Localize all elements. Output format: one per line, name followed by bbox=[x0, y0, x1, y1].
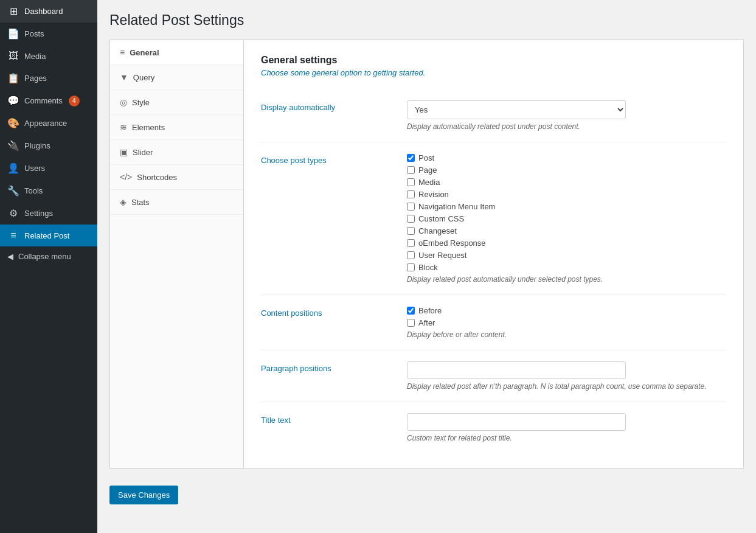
display-automatically-select[interactable]: Yes No bbox=[407, 100, 626, 119]
choose-post-types-row: Choose post types Post Page Media Revisi… bbox=[261, 142, 726, 295]
stats-nav-icon: ◈ bbox=[120, 197, 127, 207]
post-type-user-request[interactable]: User Request bbox=[407, 251, 726, 260]
sidebar: ⊞ Dashboard 📄 Posts 🖼 Media 📋 Pages 💬 Co… bbox=[0, 0, 97, 533]
post-type-media-checkbox[interactable] bbox=[407, 178, 415, 186]
content-positions-control: Before After Display before or after con… bbox=[407, 306, 726, 339]
title-text-control: Related Post Custom text for related pos… bbox=[407, 413, 726, 442]
sidebar-item-comments[interactable]: 💬 Comments 4 bbox=[0, 89, 97, 112]
content-position-before-checkbox[interactable] bbox=[407, 307, 415, 315]
post-types-checkbox-group: Post Page Media Revision Navigation Menu… bbox=[407, 153, 726, 272]
content-positions-checkbox-group: Before After bbox=[407, 306, 726, 327]
section-subtitle: Choose some general option to getting st… bbox=[261, 68, 726, 77]
sidebar-item-posts[interactable]: 📄 Posts bbox=[0, 23, 97, 45]
slider-nav-icon: ▣ bbox=[120, 147, 128, 157]
comments-icon: 💬 bbox=[7, 95, 19, 106]
paragraph-positions-label: Paragraph positions bbox=[261, 361, 395, 373]
display-automatically-row: Display automatically Yes No Display aut… bbox=[261, 89, 726, 142]
plugins-icon: 🔌 bbox=[7, 140, 19, 152]
nav-item-slider[interactable]: ▣ Slider bbox=[110, 140, 243, 165]
users-icon: 👤 bbox=[7, 162, 19, 174]
post-type-changeset-checkbox[interactable] bbox=[407, 227, 415, 235]
title-text-label: Title text bbox=[261, 413, 395, 425]
appearance-icon: 🎨 bbox=[7, 117, 19, 129]
content-position-after-checkbox[interactable] bbox=[407, 319, 415, 327]
shortcodes-nav-icon: </> bbox=[120, 172, 132, 182]
sidebar-item-related-post[interactable]: ≡ Related Post bbox=[0, 225, 97, 246]
post-type-revision-checkbox[interactable] bbox=[407, 190, 415, 198]
post-type-revision[interactable]: Revision bbox=[407, 190, 726, 199]
nav-item-shortcodes[interactable]: </> Shortcodes bbox=[110, 165, 243, 190]
sidebar-item-dashboard[interactable]: ⊞ Dashboard bbox=[0, 0, 97, 23]
post-type-oembed[interactable]: oEmbed Response bbox=[407, 239, 726, 248]
sidebar-item-tools[interactable]: 🔧 Tools bbox=[0, 179, 97, 202]
elements-nav-icon: ≋ bbox=[120, 122, 127, 132]
choose-post-types-hint: Display related post automatically under… bbox=[407, 275, 726, 284]
main-content: Related Post Settings ≡ General ▼ Query … bbox=[97, 0, 756, 533]
nav-item-query[interactable]: ▼ Query bbox=[110, 65, 243, 90]
paragraph-positions-row: Paragraph positions 1,2,N Display relate… bbox=[261, 350, 726, 402]
post-type-changeset[interactable]: Changeset bbox=[407, 226, 726, 235]
display-automatically-label: Display automatically bbox=[261, 100, 395, 112]
nav-item-style[interactable]: ◎ Style bbox=[110, 90, 243, 115]
sidebar-item-settings[interactable]: ⚙ Settings bbox=[0, 202, 97, 225]
post-type-custom-css-checkbox[interactable] bbox=[407, 215, 415, 223]
sidebar-item-appearance[interactable]: 🎨 Appearance bbox=[0, 112, 97, 134]
tools-icon: 🔧 bbox=[7, 185, 19, 197]
query-nav-icon: ▼ bbox=[120, 72, 128, 82]
sidebar-item-media[interactable]: 🖼 Media bbox=[0, 45, 97, 67]
nav-item-stats[interactable]: ◈ Stats bbox=[110, 190, 243, 215]
post-type-block[interactable]: Block bbox=[407, 263, 726, 272]
content-position-before[interactable]: Before bbox=[407, 306, 726, 315]
posts-icon: 📄 bbox=[7, 28, 19, 40]
content-position-after[interactable]: After bbox=[407, 318, 726, 327]
paragraph-positions-input[interactable]: 1,2,N bbox=[407, 361, 626, 379]
post-type-oembed-checkbox[interactable] bbox=[407, 239, 415, 247]
save-button[interactable]: Save Changes bbox=[109, 486, 178, 504]
content-positions-hint: Display before or after content. bbox=[407, 330, 726, 339]
paragraph-positions-hint: Display related post after n'th paragrap… bbox=[407, 382, 726, 391]
settings-container: ≡ General ▼ Query ◎ Style ≋ Elements ▣ S… bbox=[109, 40, 744, 469]
content-positions-row: Content positions Before After Display b… bbox=[261, 295, 726, 350]
collapse-icon: ◀ bbox=[7, 252, 13, 261]
post-type-custom-css[interactable]: Custom CSS bbox=[407, 214, 726, 223]
paragraph-positions-control: 1,2,N Display related post after n'th pa… bbox=[407, 361, 726, 391]
display-automatically-hint: Display automatically related post under… bbox=[407, 122, 726, 131]
post-type-page[interactable]: Page bbox=[407, 165, 726, 175]
pages-icon: 📋 bbox=[7, 72, 19, 84]
sidebar-item-plugins[interactable]: 🔌 Plugins bbox=[0, 134, 97, 157]
style-nav-icon: ◎ bbox=[120, 97, 127, 107]
choose-post-types-label: Choose post types bbox=[261, 153, 395, 165]
post-type-user-request-checkbox[interactable] bbox=[407, 251, 415, 259]
post-type-post-checkbox[interactable] bbox=[407, 154, 415, 162]
title-text-hint: Custom text for related post title. bbox=[407, 434, 726, 442]
title-text-row: Title text Related Post Custom text for … bbox=[261, 402, 726, 453]
title-text-input[interactable]: Related Post bbox=[407, 413, 626, 431]
post-type-media[interactable]: Media bbox=[407, 178, 726, 187]
dashboard-icon: ⊞ bbox=[7, 5, 19, 17]
post-type-nav-menu-item[interactable]: Navigation Menu Item bbox=[407, 202, 726, 211]
nav-item-general[interactable]: ≡ General bbox=[110, 40, 243, 65]
section-title: General settings bbox=[261, 55, 726, 66]
choose-post-types-control: Post Page Media Revision Navigation Menu… bbox=[407, 153, 726, 284]
display-automatically-control: Yes No Display automatically related pos… bbox=[407, 100, 726, 131]
settings-content: General settings Choose some general opt… bbox=[244, 40, 743, 468]
post-type-nav-menu-item-checkbox[interactable] bbox=[407, 203, 415, 211]
post-type-block-checkbox[interactable] bbox=[407, 263, 415, 271]
post-type-page-checkbox[interactable] bbox=[407, 166, 415, 174]
collapse-menu[interactable]: ◀ Collapse menu bbox=[0, 246, 97, 266]
nav-item-elements[interactable]: ≋ Elements bbox=[110, 115, 243, 140]
settings-icon: ⚙ bbox=[7, 207, 19, 219]
settings-nav: ≡ General ▼ Query ◎ Style ≋ Elements ▣ S… bbox=[110, 40, 244, 468]
related-post-icon: ≡ bbox=[7, 230, 19, 241]
content-positions-label: Content positions bbox=[261, 306, 395, 318]
post-type-post[interactable]: Post bbox=[407, 153, 726, 162]
sidebar-item-pages[interactable]: 📋 Pages bbox=[0, 67, 97, 89]
sidebar-item-users[interactable]: 👤 Users bbox=[0, 157, 97, 179]
comments-badge: 4 bbox=[69, 96, 80, 106]
general-nav-icon: ≡ bbox=[120, 47, 125, 57]
media-icon: 🖼 bbox=[7, 51, 19, 61]
save-bar: Save Changes bbox=[109, 479, 744, 510]
page-title: Related Post Settings bbox=[109, 12, 744, 29]
